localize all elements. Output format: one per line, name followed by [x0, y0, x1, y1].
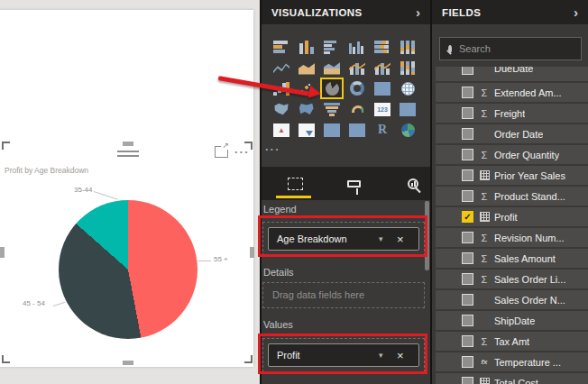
field-row-sales-order-n[interactable]: Sales Order N... [436, 290, 588, 309]
table-icon[interactable] [322, 121, 342, 139]
line-and-clustered-column-chart-icon[interactable] [372, 59, 392, 77]
slicer-icon[interactable] [297, 121, 317, 139]
line-chart-icon[interactable] [271, 59, 291, 77]
field-row-order-quantity[interactable]: ΣOrder Quantity [436, 145, 588, 164]
collapse-chevron-icon[interactable]: › [574, 5, 578, 20]
treemap-glyph [374, 82, 390, 96]
stacked-bar-chart-icon[interactable] [271, 38, 291, 56]
field-search-box[interactable] [439, 37, 582, 60]
treemap-icon[interactable] [372, 79, 392, 97]
field-row-content: fxTemperature ... [436, 356, 588, 368]
area-chart-icon[interactable] [297, 59, 317, 77]
field-row-content: ΣSales Order Li... [436, 273, 588, 285]
field-checkbox[interactable] [462, 335, 473, 347]
sigma-glyph: Σ [482, 87, 488, 98]
resize-handle-top[interactable] [123, 142, 133, 146]
card-icon[interactable] [372, 100, 392, 118]
field-row-extended-am[interactable]: ΣExtended Am... [436, 83, 588, 102]
drag-handle-icon[interactable] [117, 155, 139, 157]
selection-corner-bottom-right[interactable] [244, 355, 253, 363]
field-checkbox[interactable] [462, 232, 473, 243]
map-icon[interactable] [398, 79, 418, 97]
line-chart-glyph [273, 61, 289, 75]
field-row-sales-amount[interactable]: ΣSales Amount [436, 249, 588, 268]
line-and-stacked-column-chart-icon[interactable] [347, 59, 367, 77]
100-stacked-bar-chart-icon[interactable] [372, 38, 392, 56]
table-glyph [324, 123, 340, 137]
field-row-total-cost[interactable]: Total Cost [436, 373, 588, 384]
clustered-column-chart-icon[interactable] [347, 38, 367, 56]
report-page[interactable]: ... Profit by Age Breakdown 35-44 55 + 4… [0, 10, 253, 367]
field-checkbox-checked[interactable]: ✓ [462, 211, 473, 223]
pie-chart-icon[interactable] [322, 79, 342, 97]
field-checkbox[interactable] [462, 190, 473, 202]
funnel-glyph [324, 103, 340, 116]
field-checkbox[interactable] [462, 107, 473, 119]
field-checkbox[interactable] [462, 128, 473, 140]
resize-handle-left[interactable] [0, 247, 5, 258]
leader-line [198, 261, 211, 261]
funnel-icon[interactable] [322, 100, 342, 118]
resize-handle-right[interactable] [250, 247, 254, 258]
field-row-revision-num[interactable]: ΣRevision Num... [436, 228, 588, 247]
resize-handle-bottom[interactable] [123, 361, 133, 365]
field-checkbox[interactable] [462, 273, 473, 285]
field-checkbox[interactable] [462, 315, 473, 326]
100-stacked-column-chart-icon[interactable] [398, 38, 418, 56]
search-icon [448, 45, 452, 53]
ribbon-chart-icon[interactable] [398, 59, 418, 77]
field-row-order-date[interactable]: Order Date [436, 124, 588, 143]
search-input[interactable] [459, 43, 587, 54]
measure-calculator-icon [478, 212, 491, 222]
field-checkbox[interactable] [462, 67, 473, 75]
field-checkbox[interactable] [462, 252, 473, 264]
field-checkbox[interactable] [462, 149, 473, 160]
details-well[interactable]: Drag data fields here [262, 282, 425, 308]
clustered-bar-chart-icon[interactable] [322, 38, 342, 56]
field-checkbox[interactable] [462, 169, 473, 181]
r-script-icon[interactable] [372, 121, 392, 139]
gauge-glyph [351, 105, 363, 113]
field-row-content: ΣSales Amount [436, 252, 588, 264]
field-row-duedate[interactable]: DueDate [436, 67, 588, 81]
gauge-icon[interactable] [347, 100, 367, 118]
tab-analytics[interactable] [395, 178, 430, 189]
shape-map-icon[interactable] [297, 100, 317, 118]
field-label: DueDate [494, 67, 533, 74]
measure-calculator-icon [478, 378, 491, 384]
arcgis-map-icon[interactable] [398, 121, 418, 139]
tab-fields[interactable] [278, 178, 313, 190]
field-row-temperature[interactable]: fxTemperature ... [436, 352, 588, 371]
visual-more-options-button[interactable]: ... [234, 142, 250, 156]
drag-handle-icon[interactable] [117, 151, 139, 152]
calculator-glyph [480, 170, 490, 180]
values-well-label: Values [263, 319, 293, 330]
field-checkbox[interactable] [462, 294, 473, 306]
selection-corner-bottom-left[interactable] [2, 355, 10, 363]
sigma-glyph: Σ [482, 336, 488, 347]
focus-mode-icon[interactable] [215, 146, 228, 158]
stacked-column-chart-icon[interactable] [297, 38, 317, 56]
more-visuals-button[interactable]: ... [265, 140, 280, 153]
field-row-prior-year-sales[interactable]: Prior Year Sales [436, 166, 588, 185]
pie-chart[interactable] [59, 200, 198, 339]
field-row-freight[interactable]: ΣFreight [436, 104, 588, 123]
field-checkbox[interactable] [462, 356, 473, 368]
100-stacked-column-chart-glyph [400, 41, 416, 54]
field-checkbox[interactable] [462, 377, 473, 384]
matrix-icon[interactable] [347, 121, 367, 139]
field-row-sales-order-li[interactable]: ΣSales Order Li... [436, 270, 588, 288]
selection-corner-top-left[interactable] [2, 142, 10, 150]
field-row-shipdate[interactable]: ShipDate [436, 311, 588, 330]
tab-format[interactable] [336, 180, 372, 187]
field-row-tax-amt[interactable]: ΣTax Amt [436, 332, 588, 351]
stacked-area-chart-icon[interactable] [322, 59, 342, 77]
filled-map-icon[interactable] [271, 100, 291, 118]
field-row-profit[interactable]: ✓Profit [436, 207, 588, 226]
field-checkbox[interactable] [462, 87, 473, 98]
donut-chart-icon[interactable] [347, 79, 367, 97]
field-row-product-stand[interactable]: ΣProduct Stand... [436, 187, 588, 206]
collapse-chevron-icon[interactable]: › [416, 5, 420, 20]
kpi-icon[interactable] [271, 121, 291, 139]
multi-row-card-icon[interactable] [398, 100, 418, 118]
